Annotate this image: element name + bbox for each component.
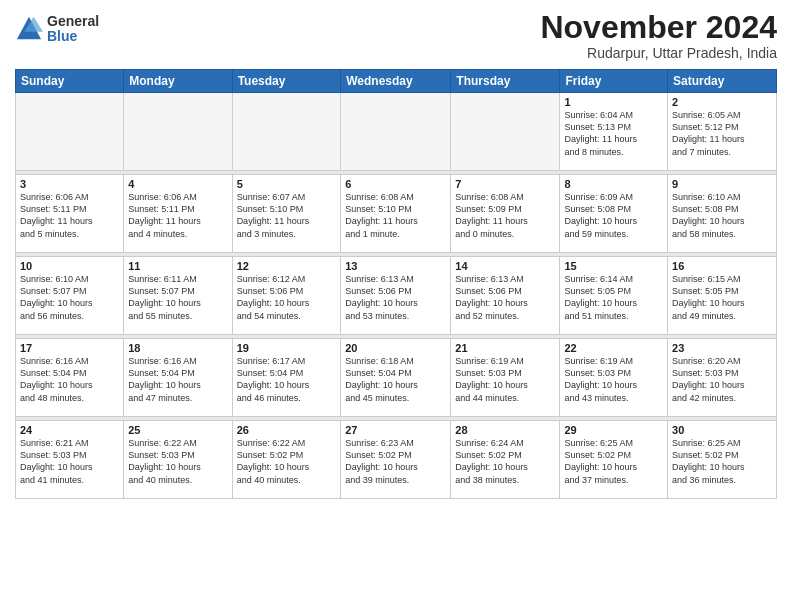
calendar-table: SundayMondayTuesdayWednesdayThursdayFrid…: [15, 69, 777, 499]
day-number: 8: [564, 178, 663, 190]
calendar-cell: 8Sunrise: 6:09 AM Sunset: 5:08 PM Daylig…: [560, 175, 668, 253]
day-number: 17: [20, 342, 119, 354]
calendar-cell: 24Sunrise: 6:21 AM Sunset: 5:03 PM Dayli…: [16, 421, 124, 499]
calendar-cell: 17Sunrise: 6:16 AM Sunset: 5:04 PM Dayli…: [16, 339, 124, 417]
day-number: 9: [672, 178, 772, 190]
month-title: November 2024: [540, 10, 777, 45]
day-number: 2: [672, 96, 772, 108]
logo-blue: Blue: [47, 29, 99, 44]
title-section: November 2024 Rudarpur, Uttar Pradesh, I…: [540, 10, 777, 61]
logo-general: General: [47, 14, 99, 29]
calendar-cell: 4Sunrise: 6:06 AM Sunset: 5:11 PM Daylig…: [124, 175, 232, 253]
day-info: Sunrise: 6:07 AM Sunset: 5:10 PM Dayligh…: [237, 191, 337, 240]
calendar-cell: 12Sunrise: 6:12 AM Sunset: 5:06 PM Dayli…: [232, 257, 341, 335]
calendar-cell: 6Sunrise: 6:08 AM Sunset: 5:10 PM Daylig…: [341, 175, 451, 253]
day-info: Sunrise: 6:13 AM Sunset: 5:06 PM Dayligh…: [345, 273, 446, 322]
day-number: 23: [672, 342, 772, 354]
calendar-cell: [232, 93, 341, 171]
day-number: 4: [128, 178, 227, 190]
day-number: 27: [345, 424, 446, 436]
day-number: 29: [564, 424, 663, 436]
day-info: Sunrise: 6:15 AM Sunset: 5:05 PM Dayligh…: [672, 273, 772, 322]
day-number: 11: [128, 260, 227, 272]
calendar-cell: 25Sunrise: 6:22 AM Sunset: 5:03 PM Dayli…: [124, 421, 232, 499]
day-info: Sunrise: 6:19 AM Sunset: 5:03 PM Dayligh…: [564, 355, 663, 404]
day-number: 25: [128, 424, 227, 436]
column-header-wednesday: Wednesday: [341, 70, 451, 93]
calendar-cell: 10Sunrise: 6:10 AM Sunset: 5:07 PM Dayli…: [16, 257, 124, 335]
calendar-week-4: 17Sunrise: 6:16 AM Sunset: 5:04 PM Dayli…: [16, 339, 777, 417]
calendar-cell: 28Sunrise: 6:24 AM Sunset: 5:02 PM Dayli…: [451, 421, 560, 499]
day-number: 13: [345, 260, 446, 272]
day-info: Sunrise: 6:04 AM Sunset: 5:13 PM Dayligh…: [564, 109, 663, 158]
day-info: Sunrise: 6:18 AM Sunset: 5:04 PM Dayligh…: [345, 355, 446, 404]
day-info: Sunrise: 6:10 AM Sunset: 5:07 PM Dayligh…: [20, 273, 119, 322]
day-number: 10: [20, 260, 119, 272]
day-info: Sunrise: 6:10 AM Sunset: 5:08 PM Dayligh…: [672, 191, 772, 240]
calendar-cell: 29Sunrise: 6:25 AM Sunset: 5:02 PM Dayli…: [560, 421, 668, 499]
calendar-cell: 18Sunrise: 6:16 AM Sunset: 5:04 PM Dayli…: [124, 339, 232, 417]
day-number: 3: [20, 178, 119, 190]
logo: General Blue: [15, 14, 99, 45]
header: General Blue November 2024 Rudarpur, Utt…: [15, 10, 777, 61]
day-info: Sunrise: 6:16 AM Sunset: 5:04 PM Dayligh…: [20, 355, 119, 404]
logo-text: General Blue: [47, 14, 99, 45]
calendar-cell: 20Sunrise: 6:18 AM Sunset: 5:04 PM Dayli…: [341, 339, 451, 417]
day-number: 1: [564, 96, 663, 108]
day-number: 18: [128, 342, 227, 354]
calendar-cell: 13Sunrise: 6:13 AM Sunset: 5:06 PM Dayli…: [341, 257, 451, 335]
calendar-cell: [451, 93, 560, 171]
calendar-cell: 16Sunrise: 6:15 AM Sunset: 5:05 PM Dayli…: [668, 257, 777, 335]
column-header-tuesday: Tuesday: [232, 70, 341, 93]
day-info: Sunrise: 6:13 AM Sunset: 5:06 PM Dayligh…: [455, 273, 555, 322]
calendar-cell: 1Sunrise: 6:04 AM Sunset: 5:13 PM Daylig…: [560, 93, 668, 171]
calendar-cell: 19Sunrise: 6:17 AM Sunset: 5:04 PM Dayli…: [232, 339, 341, 417]
day-number: 22: [564, 342, 663, 354]
calendar-cell: 23Sunrise: 6:20 AM Sunset: 5:03 PM Dayli…: [668, 339, 777, 417]
column-header-monday: Monday: [124, 70, 232, 93]
day-info: Sunrise: 6:06 AM Sunset: 5:11 PM Dayligh…: [20, 191, 119, 240]
day-info: Sunrise: 6:08 AM Sunset: 5:09 PM Dayligh…: [455, 191, 555, 240]
column-header-friday: Friday: [560, 70, 668, 93]
day-info: Sunrise: 6:12 AM Sunset: 5:06 PM Dayligh…: [237, 273, 337, 322]
calendar-cell: 9Sunrise: 6:10 AM Sunset: 5:08 PM Daylig…: [668, 175, 777, 253]
day-number: 6: [345, 178, 446, 190]
calendar-cell: 3Sunrise: 6:06 AM Sunset: 5:11 PM Daylig…: [16, 175, 124, 253]
calendar-cell: 11Sunrise: 6:11 AM Sunset: 5:07 PM Dayli…: [124, 257, 232, 335]
day-number: 19: [237, 342, 337, 354]
location: Rudarpur, Uttar Pradesh, India: [540, 45, 777, 61]
calendar-cell: 21Sunrise: 6:19 AM Sunset: 5:03 PM Dayli…: [451, 339, 560, 417]
logo-icon: [15, 15, 43, 43]
day-info: Sunrise: 6:17 AM Sunset: 5:04 PM Dayligh…: [237, 355, 337, 404]
day-info: Sunrise: 6:24 AM Sunset: 5:02 PM Dayligh…: [455, 437, 555, 486]
day-number: 15: [564, 260, 663, 272]
day-number: 21: [455, 342, 555, 354]
calendar-week-3: 10Sunrise: 6:10 AM Sunset: 5:07 PM Dayli…: [16, 257, 777, 335]
column-header-thursday: Thursday: [451, 70, 560, 93]
calendar-cell: 2Sunrise: 6:05 AM Sunset: 5:12 PM Daylig…: [668, 93, 777, 171]
day-info: Sunrise: 6:25 AM Sunset: 5:02 PM Dayligh…: [564, 437, 663, 486]
calendar-cell: [124, 93, 232, 171]
day-info: Sunrise: 6:21 AM Sunset: 5:03 PM Dayligh…: [20, 437, 119, 486]
column-header-saturday: Saturday: [668, 70, 777, 93]
day-info: Sunrise: 6:22 AM Sunset: 5:03 PM Dayligh…: [128, 437, 227, 486]
calendar-cell: 7Sunrise: 6:08 AM Sunset: 5:09 PM Daylig…: [451, 175, 560, 253]
page: General Blue November 2024 Rudarpur, Utt…: [0, 0, 792, 612]
day-info: Sunrise: 6:25 AM Sunset: 5:02 PM Dayligh…: [672, 437, 772, 486]
calendar-cell: [16, 93, 124, 171]
day-number: 26: [237, 424, 337, 436]
day-info: Sunrise: 6:14 AM Sunset: 5:05 PM Dayligh…: [564, 273, 663, 322]
day-info: Sunrise: 6:11 AM Sunset: 5:07 PM Dayligh…: [128, 273, 227, 322]
day-info: Sunrise: 6:20 AM Sunset: 5:03 PM Dayligh…: [672, 355, 772, 404]
calendar-week-2: 3Sunrise: 6:06 AM Sunset: 5:11 PM Daylig…: [16, 175, 777, 253]
day-number: 30: [672, 424, 772, 436]
calendar-header-row: SundayMondayTuesdayWednesdayThursdayFrid…: [16, 70, 777, 93]
day-info: Sunrise: 6:23 AM Sunset: 5:02 PM Dayligh…: [345, 437, 446, 486]
day-info: Sunrise: 6:19 AM Sunset: 5:03 PM Dayligh…: [455, 355, 555, 404]
day-info: Sunrise: 6:09 AM Sunset: 5:08 PM Dayligh…: [564, 191, 663, 240]
day-number: 16: [672, 260, 772, 272]
day-number: 20: [345, 342, 446, 354]
day-info: Sunrise: 6:08 AM Sunset: 5:10 PM Dayligh…: [345, 191, 446, 240]
calendar-cell: 30Sunrise: 6:25 AM Sunset: 5:02 PM Dayli…: [668, 421, 777, 499]
calendar-cell: 26Sunrise: 6:22 AM Sunset: 5:02 PM Dayli…: [232, 421, 341, 499]
